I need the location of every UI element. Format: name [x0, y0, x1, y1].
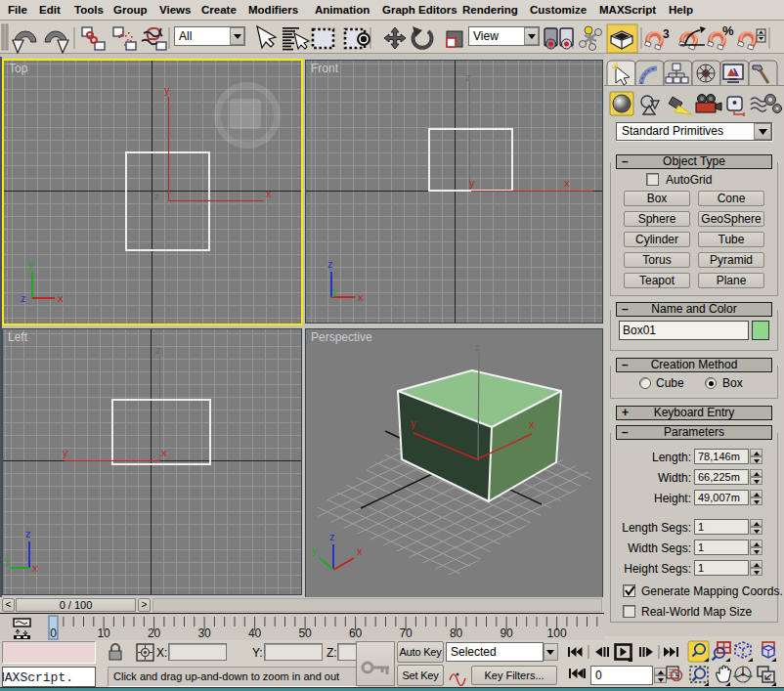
svg-text:70: 70 — [399, 626, 413, 640]
svg-text:20: 20 — [148, 626, 161, 640]
svg-text:10: 10 — [97, 626, 110, 640]
svg-text:z: z — [25, 528, 31, 540]
svg-text:%: % — [722, 23, 734, 38]
svg-text:x: x — [58, 292, 64, 304]
svg-text:x: x — [357, 545, 363, 557]
svg-text:y: y — [5, 554, 11, 566]
svg-text:30: 30 — [197, 626, 211, 640]
svg-text:60: 60 — [349, 626, 363, 640]
svg-text:z: z — [21, 292, 26, 304]
svg-text:z: z — [327, 258, 333, 270]
svg-text:y: y — [411, 417, 416, 429]
svg-text:50: 50 — [298, 626, 312, 640]
svg-text:z: z — [475, 342, 480, 353]
svg-text:y: y — [312, 544, 318, 556]
svg-text:x: x — [358, 291, 364, 303]
svg-text:100: 100 — [547, 626, 567, 640]
svg-text:y: y — [332, 285, 338, 297]
svg-text:90: 90 — [500, 626, 513, 640]
svg-text:x: x — [32, 562, 38, 574]
svg-text:80: 80 — [450, 626, 463, 640]
svg-text:0: 0 — [50, 626, 57, 640]
svg-text:40: 40 — [248, 626, 262, 640]
svg-text:x: x — [529, 418, 535, 430]
svg-text:3: 3 — [663, 27, 670, 41]
svg-text:y: y — [28, 258, 34, 270]
svg-text:z: z — [329, 531, 335, 542]
